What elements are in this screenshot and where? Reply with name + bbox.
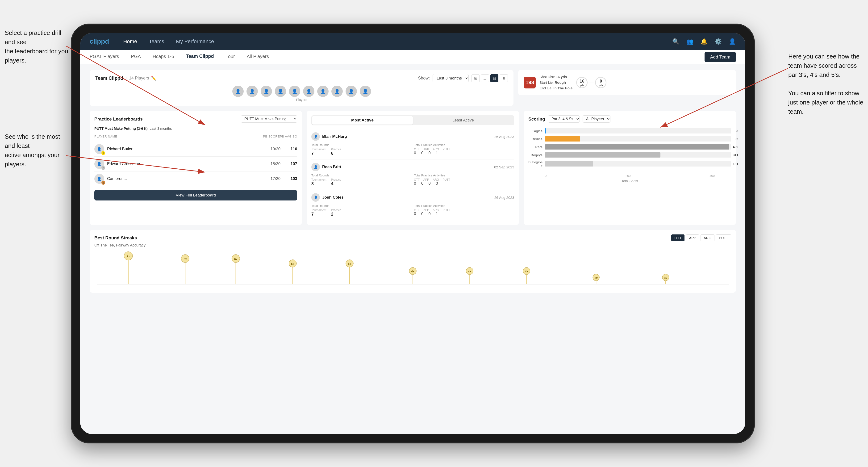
users-icon[interactable]: 👥 <box>686 38 693 45</box>
filter-btn[interactable]: ⇅ <box>500 74 508 82</box>
lb-avatar-2-icon: 👤 <box>97 162 102 166</box>
lb-table-header: PLAYER NAME PB SCORE PB AVG SQ <box>94 133 297 140</box>
sub-nav-all-players[interactable]: All Players <box>247 54 269 60</box>
sub-nav-pgat[interactable]: PGAT Players <box>90 54 119 60</box>
lb-medal-2: 2 <box>101 166 105 170</box>
stat-cols-rounds-1: Tournament 7 Practice 6 <box>311 148 412 156</box>
streaks-svg: 7x 6x 6x 5x <box>97 250 729 288</box>
bar-label-eagles: Eagles <box>528 129 542 133</box>
bell-icon[interactable]: 🔔 <box>701 38 708 45</box>
bar-value-pars: 499 <box>733 145 738 149</box>
bar-value-bogeys: 311 <box>733 153 738 157</box>
activity-entry-1: 👤 Blair McHarg 26 Aug 2023 Total Rounds … <box>311 129 514 159</box>
bar-fill-eagles <box>545 128 546 133</box>
stat-row-labels-1: OTT APP ARG PUTT <box>414 148 514 151</box>
bar-track-pars: 499 <box>545 144 731 150</box>
streak-filter-app[interactable]: APP <box>686 235 699 241</box>
activity-stats-3: Total Rounds Tournament 7 Practice 2 <box>311 204 514 217</box>
svg-text:4x: 4x <box>411 270 414 273</box>
lb-header-name: PLAYER NAME <box>94 135 263 138</box>
edit-icon[interactable]: ✏️ <box>151 76 156 81</box>
stat-label-rounds-2: Total Rounds <box>311 174 412 177</box>
sub-nav-right: Add Team <box>705 52 736 62</box>
sub-nav-hcaps[interactable]: Hcaps 1-5 <box>153 54 174 60</box>
scoring-filter-players[interactable]: All Players <box>583 115 611 123</box>
svg-text:3x: 3x <box>664 276 667 280</box>
activity-date-3: 26 Aug 2023 <box>494 195 514 199</box>
team-header-row: Team Clippd | 14 Players ✏️ Show: Last 3… <box>90 70 736 106</box>
activity-avatar-1: 👤 <box>311 132 320 141</box>
bar-label-bogeys: Bogeys <box>528 153 542 157</box>
streak-filter-arg[interactable]: ARG <box>701 235 714 241</box>
practice-leaderboards-card: Practice Leaderboards PUTT Must Make Put… <box>90 111 302 225</box>
add-team-button[interactable]: Add Team <box>705 52 736 62</box>
shot-circle-1-value: 16 <box>580 79 584 84</box>
lb-header-avg: PB AVG SQ <box>280 135 297 138</box>
bar-row-eagles: Eagles 3 <box>528 128 731 133</box>
bar-label-birdies: Birdies <box>528 137 542 141</box>
user-avatar-icon[interactable]: 👤 <box>729 38 736 45</box>
lb-avatar-1-icon: 👤 <box>97 147 102 151</box>
avatar-7: 👤 <box>317 86 329 97</box>
lb-row-3: 👤 3 Cameron... 17/20 103 <box>94 172 297 186</box>
bar-label-pars: Pars <box>528 145 542 149</box>
lb-score-3: 17/20 <box>269 177 283 181</box>
settings-icon[interactable]: ⚙️ <box>715 38 722 45</box>
avatar-6: 👤 <box>303 86 314 97</box>
search-icon[interactable]: 🔍 <box>672 38 679 45</box>
bar-fill-bogeys <box>545 152 660 158</box>
activity-name-1: Blair McHarg <box>322 134 492 139</box>
activity-stats-1: Total Rounds Tournament 7 Practice 6 <box>311 143 514 156</box>
annotation-right: Here you can see how the team have score… <box>788 52 863 116</box>
shot-dist-label: Shot Dist: <box>539 75 555 79</box>
lb-score-1: 19/20 <box>269 147 283 151</box>
sub-nav-pga[interactable]: PGA <box>131 54 141 60</box>
lb-medal-3: 3 <box>101 181 105 185</box>
tab-most-active[interactable]: Most Active <box>312 116 413 125</box>
activity-card: Most Active Least Active 👤 Blair McHarg … <box>307 111 519 225</box>
grid-view-btn[interactable]: ⊞ <box>471 74 479 82</box>
avatar-1: 👤 <box>232 86 244 97</box>
stat-col-tournament-1: Tournament 7 <box>311 148 326 156</box>
activity-entry-3: 👤 Josh Coles 26 Aug 2023 Total Rounds To… <box>311 190 514 220</box>
activity-name-2: Rees Britt <box>322 165 492 169</box>
shot-badge-value: 198 <box>526 80 534 86</box>
bar-row-bogeys: Bogeys 311 <box>528 152 731 158</box>
bar-track-eagles: 3 <box>545 128 731 133</box>
scoring-filter-par[interactable]: Par 3, 4 & 5s <box>548 115 580 123</box>
activity-entry-2: 👤 Rees Britt 02 Sep 2023 Total Rounds To… <box>311 159 514 190</box>
streak-filter-ott[interactable]: OTT <box>671 235 684 241</box>
lb-avg-1: 110 <box>285 147 297 151</box>
start-lie-label: Start Lie: <box>539 81 554 85</box>
shot-circles: 16 yds — 0 yds <box>576 77 607 88</box>
bar-value-birdies: 96 <box>735 137 738 141</box>
streak-filter-putt[interactable]: PUTT <box>716 235 731 241</box>
lb-avg-3: 103 <box>285 177 297 181</box>
activity-date-1: 26 Aug 2023 <box>494 135 514 139</box>
activity-header-3: 👤 Josh Coles 26 Aug 2023 <box>311 193 514 201</box>
sub-nav-tour[interactable]: Tour <box>226 54 235 60</box>
end-lie-value: In The Hole <box>554 86 573 90</box>
tab-least-active[interactable]: Least Active <box>413 116 514 125</box>
nav-link-performance[interactable]: My Performance <box>176 38 214 44</box>
show-controls: Show: Last 3 months Last 6 months Last y… <box>418 74 508 82</box>
lb-name-3: Cameron... <box>107 177 266 181</box>
nav-logo: clippd <box>90 38 109 45</box>
nav-link-teams[interactable]: Teams <box>149 38 164 44</box>
drill-select[interactable]: PUTT Must Make Putting ... <box>241 115 297 123</box>
shot-info-card: 198 Shot Dist: 16 yds Start Lie: Rough E… <box>518 70 736 95</box>
list-view-btn[interactable]: ☰ <box>481 74 489 82</box>
bar-fill-pars <box>545 144 729 150</box>
view-leaderboard-button[interactable]: View Full Leaderboard <box>94 190 297 200</box>
bar-chart: Eagles 3 Birdies 96 <box>528 126 731 172</box>
nav-link-home[interactable]: Home <box>123 38 137 44</box>
svg-text:4x: 4x <box>525 270 528 273</box>
activity-header-1: 👤 Blair McHarg 26 Aug 2023 <box>311 132 514 141</box>
lb-header-score: PB SCORE <box>263 135 280 138</box>
avatar-4: 👤 <box>275 86 286 97</box>
sub-nav-team-clippd[interactable]: Team Clippd <box>186 54 214 60</box>
show-period-select[interactable]: Last 3 months Last 6 months Last year <box>433 74 469 82</box>
card-view-btn[interactable]: ▦ <box>490 74 498 82</box>
avatar-5: 👤 <box>289 86 300 97</box>
lb-row-2: 👤 2 Edward Crossman 18/20 107 <box>94 157 297 172</box>
